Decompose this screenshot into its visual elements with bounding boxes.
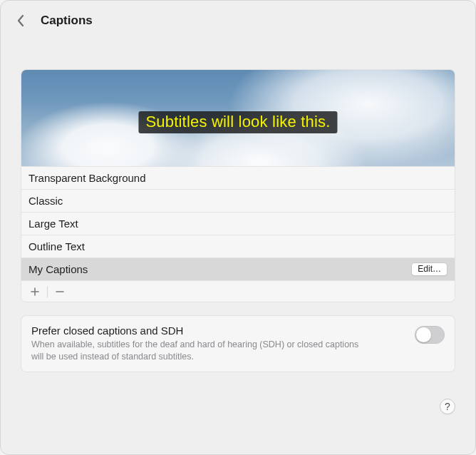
style-list: Transparent Background Classic Large Tex… xyxy=(21,166,455,302)
chevron-left-icon xyxy=(16,14,25,27)
help-button[interactable]: ? xyxy=(440,399,455,414)
style-label: Large Text xyxy=(29,218,78,230)
question-mark-icon: ? xyxy=(445,401,450,412)
style-row-transparent-background[interactable]: Transparent Background xyxy=(21,166,455,189)
subtitle-sample-text: Subtitles will look like this. xyxy=(138,111,337,133)
style-row-my-captions[interactable]: My Captions Edit… xyxy=(21,257,455,280)
toggle-knob xyxy=(416,327,431,342)
style-row-outline-text[interactable]: Outline Text xyxy=(21,235,455,257)
plus-icon xyxy=(31,287,39,296)
pref-description: When available, subtitles for the deaf a… xyxy=(31,339,366,363)
add-style-button[interactable] xyxy=(26,284,44,300)
style-row-large-text[interactable]: Large Text xyxy=(21,212,455,235)
pref-text: Prefer closed captions and SDH When avai… xyxy=(31,324,403,363)
page-title: Captions xyxy=(41,14,93,28)
header: Captions xyxy=(1,1,475,35)
toolbar-separator xyxy=(47,286,48,297)
style-label: Outline Text xyxy=(29,240,85,252)
subtitle-preview: Subtitles will look like this. xyxy=(21,70,455,166)
back-button[interactable] xyxy=(14,14,28,28)
preview-card: Subtitles will look like this. Transpare… xyxy=(21,69,455,302)
style-label: Transparent Background xyxy=(29,172,146,184)
content-area: Subtitles will look like this. Transpare… xyxy=(1,35,475,372)
edit-style-button[interactable]: Edit… xyxy=(411,262,447,276)
style-label: My Captions xyxy=(29,263,88,275)
style-row-classic[interactable]: Classic xyxy=(21,189,455,212)
remove-style-button[interactable] xyxy=(51,284,69,300)
style-list-toolbar xyxy=(21,280,455,302)
minus-icon xyxy=(56,287,64,296)
prefer-sdh-card: Prefer closed captions and SDH When avai… xyxy=(21,315,455,372)
style-label: Classic xyxy=(29,195,63,207)
prefer-sdh-toggle[interactable] xyxy=(415,326,445,344)
pref-title: Prefer closed captions and SDH xyxy=(31,324,403,337)
captions-settings-window: Captions Subtitles will look like this. … xyxy=(0,0,476,455)
